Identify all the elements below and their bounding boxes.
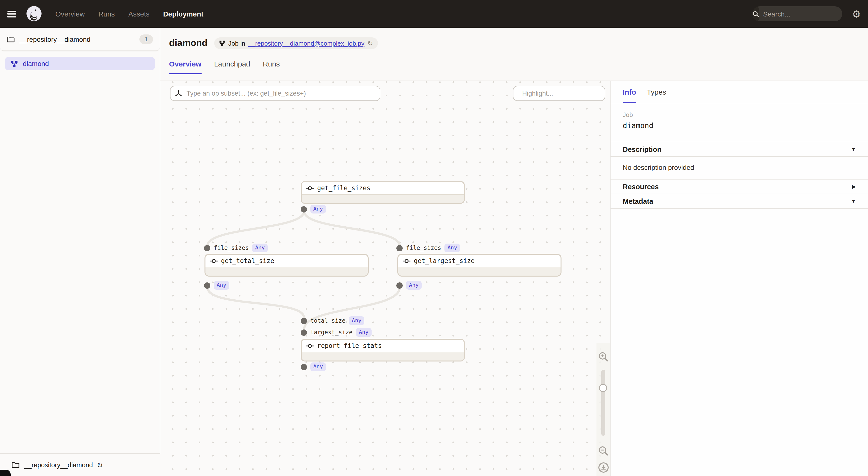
graph-edges <box>160 81 610 476</box>
port-dot-icon[interactable] <box>301 206 307 212</box>
job-icon <box>219 40 225 46</box>
repository-count-badge: 1 <box>140 34 153 44</box>
nav-item-assets[interactable]: Assets <box>128 10 150 18</box>
download-graph-icon[interactable] <box>598 462 609 473</box>
op-subset-input[interactable] <box>186 89 375 98</box>
section-title: Resources <box>623 183 659 191</box>
port-dot-icon[interactable] <box>396 282 403 288</box>
nav-right-cluster: / ⚙ <box>752 6 861 21</box>
op-node-body <box>206 267 368 276</box>
nav-item-overview[interactable]: Overview <box>55 10 85 18</box>
input-port-largest-size: largest_size Any <box>301 328 371 337</box>
job-name-value: diamond <box>623 121 856 130</box>
highlight-filter <box>513 86 605 101</box>
dagster-logo-icon[interactable] <box>25 5 43 23</box>
info-panel-tabs: Info Types <box>611 81 868 103</box>
sidebar-item-diamond[interactable]: diamond <box>5 57 155 70</box>
repository-card[interactable]: __repository__diamond 1 <box>0 28 160 51</box>
op-node-get-largest-size[interactable]: get_largest_size <box>397 254 561 277</box>
page-title: diamond <box>169 38 208 48</box>
chevron-down-icon: ▼ <box>851 146 856 152</box>
edge <box>208 211 304 246</box>
edge <box>304 211 400 246</box>
footer-repository-name: __repository__diamond <box>24 461 93 469</box>
type-badge[interactable]: Any <box>310 205 326 213</box>
type-badge[interactable]: Any <box>356 328 371 337</box>
chevron-right-icon: ▶ <box>852 184 856 189</box>
tab-launchpad[interactable]: Launchpad <box>214 60 250 74</box>
tab-info[interactable]: Info <box>623 88 636 103</box>
port-dot-icon[interactable] <box>204 282 210 288</box>
output-port-report-file-stats: Any <box>301 363 326 371</box>
tab-runs[interactable]: Runs <box>263 60 280 74</box>
zoom-out-icon[interactable] <box>598 445 609 456</box>
section-metadata[interactable]: Metadata ▼ <box>611 194 868 208</box>
zoom-in-icon[interactable] <box>598 351 609 362</box>
port-name: largest_size <box>310 329 352 336</box>
op-node-get-file-sizes[interactable]: get_file_sizes <box>301 181 465 204</box>
output-port-get-file-sizes: Any <box>301 205 326 213</box>
breadcrumb-repo-link[interactable]: __repository__diamond@complex_job.py <box>248 39 365 47</box>
port-dot-icon[interactable] <box>396 245 403 251</box>
section-description[interactable]: Description ▼ <box>611 142 868 156</box>
op-node-title: get_total_size <box>221 257 274 265</box>
job-header: diamond Job in __repository__diamond@com… <box>160 28 868 81</box>
op-node-title: report_file_stats <box>317 342 382 349</box>
global-search[interactable]: / <box>752 6 842 21</box>
breadcrumb: Job in __repository__diamond@complex_job… <box>214 37 378 49</box>
op-node-get-total-size[interactable]: get_total_size <box>205 254 369 277</box>
tab-overview[interactable]: Overview <box>169 60 202 74</box>
op-icon <box>210 259 218 263</box>
type-badge[interactable]: Any <box>445 244 460 252</box>
op-node-title: get_file_sizes <box>317 184 370 192</box>
op-graph-canvas[interactable]: get_file_sizes Any file_sizes Any get_to… <box>160 81 610 476</box>
sidebar-item-label: diamond <box>23 60 49 67</box>
settings-gear-icon[interactable]: ⚙ <box>852 9 861 19</box>
type-badge[interactable]: Any <box>310 363 326 371</box>
folder-icon <box>12 462 20 468</box>
input-port-total-size: total_size Any <box>301 316 364 325</box>
type-badge[interactable]: Any <box>214 281 229 290</box>
breadcrumb-prefix: Job in <box>228 39 245 47</box>
op-node-title: get_largest_size <box>414 257 474 265</box>
zoom-slider-handle[interactable] <box>599 384 607 392</box>
type-badge[interactable]: Any <box>349 317 365 325</box>
input-port-file-sizes-right: file_sizes Any <box>396 244 460 252</box>
folder-icon <box>7 36 14 43</box>
tab-types[interactable]: Types <box>647 88 666 103</box>
hamburger-menu-icon[interactable] <box>7 10 16 17</box>
port-dot-icon[interactable] <box>301 329 307 336</box>
edge <box>208 287 304 318</box>
reload-job-icon[interactable]: ↻ <box>368 40 373 46</box>
port-name: total_size <box>310 317 346 324</box>
section-title: Description <box>623 145 661 153</box>
port-dot-icon[interactable] <box>204 245 210 251</box>
output-port-get-largest-size: Any <box>396 281 422 290</box>
type-badge[interactable]: Any <box>252 244 268 252</box>
op-subset-filter <box>170 86 380 101</box>
reload-repository-icon[interactable]: ↻ <box>97 461 103 469</box>
search-input[interactable] <box>759 10 842 18</box>
repository-name: __repository__diamond <box>20 35 140 43</box>
highlight-input[interactable] <box>521 89 609 98</box>
dagster-app: Overview Runs Assets Deployment / ⚙ __re… <box>0 0 868 476</box>
nav-item-deployment[interactable]: Deployment <box>163 10 204 18</box>
op-node-body <box>398 267 561 276</box>
section-resources[interactable]: Resources ▶ <box>611 179 868 194</box>
type-badge[interactable]: Any <box>406 281 422 290</box>
description-body: No description provided <box>611 157 868 179</box>
port-name: file_sizes <box>214 244 249 251</box>
op-icon <box>306 185 314 191</box>
info-panel: Info Types Job diamond Description ▼ No … <box>610 81 868 476</box>
job-kicker-label: Job <box>623 111 856 118</box>
port-dot-icon[interactable] <box>301 364 307 370</box>
primary-nav: Overview Runs Assets Deployment <box>55 10 204 18</box>
port-dot-icon[interactable] <box>301 317 307 324</box>
nav-item-runs[interactable]: Runs <box>98 10 115 18</box>
op-node-report-file-stats[interactable]: report_file_stats <box>301 339 465 362</box>
sidebar-footer: __repository__diamond ↻ <box>0 453 160 476</box>
op-icon <box>306 343 314 348</box>
divider <box>611 208 868 209</box>
op-subset-icon <box>175 90 182 97</box>
zoom-slider-track[interactable] <box>601 370 605 436</box>
